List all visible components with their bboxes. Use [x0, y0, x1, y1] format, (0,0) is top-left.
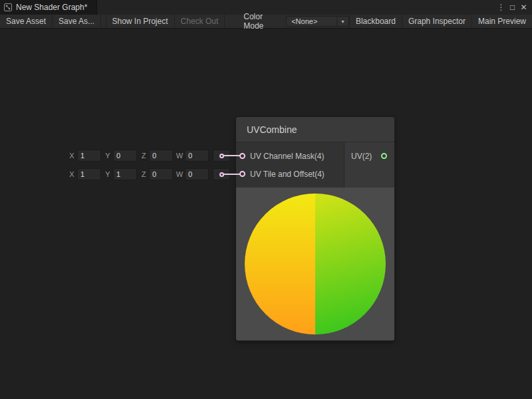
node-title: UVCombine [247, 124, 297, 135]
tab-title: New Shader Graph* [16, 3, 87, 12]
close-icon[interactable]: ✕ [518, 0, 529, 15]
input-port-row-tile-offset: UV Tile and Offset(4) [236, 165, 344, 183]
toolbar-right-group: Blackboard Graph Inspector Main Preview [349, 15, 532, 28]
vector1-w-input[interactable] [185, 150, 209, 162]
field-label-z: Z [140, 152, 148, 160]
chevron-down-icon: ▼ [336, 17, 345, 26]
main-preview-button[interactable]: Main Preview [471, 15, 532, 28]
uv-tile-offset-label: UV Tile and Offset(4) [250, 170, 325, 179]
input-ports-column: UV Channel Mask(4) UV Tile and Offset(4) [236, 142, 344, 188]
uv-channel-mask-label: UV Channel Mask(4) [250, 152, 324, 161]
graph-canvas[interactable]: X Y Z W X Y Z W [0, 29, 532, 399]
vector1-x-input[interactable] [77, 150, 101, 162]
node-title-bar[interactable]: UVCombine [236, 117, 394, 142]
color-mode-dropdown[interactable]: <None> ▼ [286, 16, 349, 27]
shader-graph-icon [4, 3, 12, 11]
window-controls: ⋮ □ ✕ [495, 0, 532, 15]
field-label-y: Y [104, 152, 112, 160]
save-asset-button[interactable]: Save Asset [0, 15, 53, 28]
vector1-z-input[interactable] [149, 150, 173, 162]
vector2-w-input[interactable] [185, 168, 209, 180]
field-label-w: W [176, 152, 184, 160]
color-mode-value: <None> [291, 17, 334, 25]
check-out-button: Check Out [175, 15, 225, 28]
save-as-button[interactable]: Save As... [53, 15, 101, 28]
edge-mask-connection[interactable] [223, 155, 241, 156]
node-body: UV Channel Mask(4) UV Tile and Offset(4)… [236, 142, 394, 188]
output-port-row: UV(2) [344, 147, 394, 165]
input-port-row-mask: UV Channel Mask(4) [236, 147, 344, 165]
uv-output-port[interactable] [381, 153, 387, 159]
output-ports-column: UV(2) [344, 142, 394, 188]
toolbar: Save Asset Save As... Show In Project Ch… [0, 15, 532, 29]
maximize-icon[interactable]: □ [507, 0, 518, 15]
preview-sphere [245, 194, 386, 334]
vector2-y-input[interactable] [113, 168, 137, 180]
field-label-z: Z [140, 170, 148, 178]
field-label-x: X [68, 152, 76, 160]
kebab-menu-icon[interactable]: ⋮ [495, 0, 507, 15]
field-label-y: Y [104, 170, 112, 178]
shader-graph-window: New Shader Graph* ⋮ □ ✕ Save Asset Save … [0, 0, 532, 399]
vector4-widget-2: X Y Z W [68, 168, 230, 180]
show-in-project-button[interactable]: Show In Project [106, 15, 175, 28]
node-preview [236, 188, 394, 340]
color-mode-label: Color Mode [225, 15, 286, 28]
tab-new-shader-graph[interactable]: New Shader Graph* [0, 0, 97, 15]
field-label-x: X [68, 170, 76, 178]
vector2-z-input[interactable] [149, 168, 173, 180]
sphere-right-half [315, 194, 386, 334]
sphere-left-half [245, 194, 315, 334]
field-label-w: W [176, 170, 184, 178]
vector1-y-input[interactable] [113, 150, 137, 162]
edge-tile-offset-connection[interactable] [223, 174, 241, 175]
uv-output-label: UV(2) [351, 152, 372, 161]
vector2-x-input[interactable] [77, 168, 101, 180]
graph-inspector-button[interactable]: Graph Inspector [402, 15, 471, 28]
vector4-widget-1: X Y Z W [68, 150, 230, 162]
uvcombine-node[interactable]: UVCombine UV Channel Mask(4) UV Tile and… [236, 117, 394, 340]
blackboard-button[interactable]: Blackboard [349, 15, 402, 28]
